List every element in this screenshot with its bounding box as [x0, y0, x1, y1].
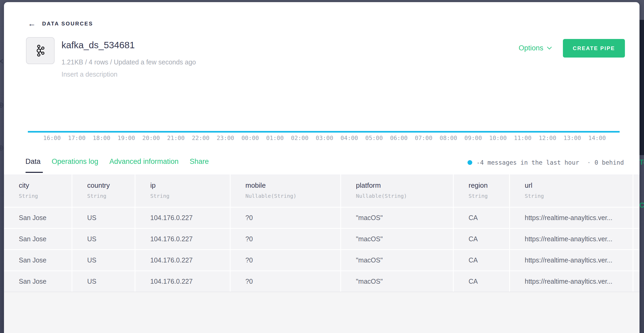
axis-tick: 16:00 — [43, 135, 61, 141]
table-cell: CA — [454, 250, 509, 270]
axis-tick: 06:00 — [390, 135, 408, 141]
column-type: Nullable(String) — [356, 193, 453, 199]
table-cell: US — [72, 271, 135, 292]
column-header-platform[interactable]: platform Nullable(String) — [341, 174, 453, 207]
column-type: Nullable(String) — [245, 193, 340, 199]
column-type: String — [150, 193, 230, 199]
back-button[interactable]: ← DATA SOURCES — [28, 20, 93, 28]
table-cell: CA — [454, 229, 509, 249]
column-name: city — [19, 181, 72, 190]
axis-tick: 03:00 — [316, 135, 333, 141]
behind-count-text: 0 behind — [594, 159, 624, 166]
table-cell: San Jose — [4, 229, 72, 249]
table-cell: https://realtime-anayltics.ver... — [510, 271, 633, 292]
table-footer-area — [4, 292, 639, 333]
close-icon[interactable]: ✕ — [0, 57, 4, 66]
tab-bar: Data Operations log Advanced information… — [25, 157, 209, 166]
axis-tick: 12:00 — [539, 135, 556, 141]
table-cell: US — [72, 229, 135, 249]
column-name: mobile — [245, 181, 340, 190]
tab-data[interactable]: Data — [25, 157, 41, 166]
chevron-down-icon — [547, 47, 552, 50]
active-tab-underline — [25, 172, 43, 173]
axis-tick: 13:00 — [563, 135, 581, 141]
status-separator: · — [587, 159, 591, 166]
table-cell: ?0 — [231, 208, 340, 228]
axis-tick: 14:00 — [588, 135, 606, 141]
options-dropdown[interactable]: Options — [519, 44, 552, 52]
table-cell: https://realtime-anayltics.ver... — [510, 250, 633, 270]
axis-tick: 05:00 — [365, 135, 383, 141]
table-cell: https://realtime-anayltics.ver... — [510, 229, 633, 249]
table-cell: 104.176.0.227 — [135, 208, 230, 228]
column-name: ip — [150, 181, 230, 190]
table-cell-overflow — [633, 208, 639, 228]
column-header-region[interactable]: region String — [454, 174, 509, 207]
table-cell: "macOS" — [341, 229, 453, 249]
table-cell-overflow — [633, 271, 639, 292]
datasource-meta: 1.21KB / 4 rows / Updated a few seconds … — [61, 58, 196, 66]
axis-tick: 23:00 — [217, 135, 234, 141]
table-cell: "macOS" — [341, 271, 453, 292]
plus-circle-icon[interactable]: ⊕ — [0, 100, 4, 109]
column-name: country — [87, 181, 135, 190]
datasource-panel: ← DATA SOURCES kafka_ds_534681 1.21KB / … — [4, 2, 639, 333]
background-text-fragment: To — [639, 158, 644, 167]
kafka-icon — [34, 44, 46, 57]
table-cell: ?0 — [231, 229, 340, 249]
table-cell: San Jose — [4, 208, 72, 228]
column-header-city[interactable]: city String — [4, 174, 72, 207]
column-name: platform — [356, 181, 453, 190]
table-cell: "macOS" — [341, 250, 453, 270]
kafka-status: -4 messages in the last hour · 0 behind — [467, 159, 624, 166]
axis-tick: 18:00 — [93, 135, 110, 141]
column-type: String — [87, 193, 135, 199]
column-header-mobile[interactable]: mobile Nullable(String) — [231, 174, 340, 207]
tab-advanced-information[interactable]: Advanced information — [109, 157, 179, 166]
axis-tick: 07:00 — [415, 135, 432, 141]
table-cell: 104.176.0.227 — [135, 250, 230, 270]
column-type: String — [19, 193, 72, 199]
timeline-chart-line — [28, 131, 620, 133]
axis-tick: 08:00 — [440, 135, 457, 141]
back-arrow-icon: ← — [28, 20, 36, 28]
column-header-overflow — [633, 174, 639, 207]
column-header-country[interactable]: country String — [72, 174, 135, 207]
table-cell: CA — [454, 208, 509, 228]
tab-share[interactable]: Share — [190, 157, 209, 166]
table-cell: San Jose — [4, 250, 72, 270]
axis-tick: 02:00 — [291, 135, 308, 141]
description-placeholder[interactable]: Insert a description — [61, 71, 117, 78]
column-name: url — [525, 181, 633, 190]
axis-tick: 20:00 — [142, 135, 160, 141]
column-type: String — [525, 193, 633, 199]
datasource-type-badge — [26, 37, 55, 64]
plus-circle-icon[interactable]: ⊕ — [0, 143, 4, 152]
table-cell: "macOS" — [341, 208, 453, 228]
back-label: DATA SOURCES — [42, 21, 93, 27]
table-cell: US — [72, 250, 135, 270]
table-cell: ?0 — [231, 271, 340, 292]
tab-operations-log[interactable]: Operations log — [52, 157, 98, 166]
background-text-fragment: CE — [639, 201, 644, 209]
column-header-url[interactable]: url String — [510, 174, 633, 207]
axis-tick: 11:00 — [514, 135, 531, 141]
axis-tick: 10:00 — [489, 135, 507, 141]
table-cell-overflow — [633, 229, 639, 249]
table-cell: San Jose — [4, 271, 72, 292]
backdrop-editor-strip — [639, 20, 644, 155]
table-cell: US — [72, 208, 135, 228]
axis-tick: 09:00 — [464, 135, 482, 141]
column-header-ip[interactable]: ip String — [135, 174, 230, 207]
table-cell: 104.176.0.227 — [135, 229, 230, 249]
data-table: city String country String ip String mob… — [4, 174, 639, 292]
axis-tick: 22:00 — [192, 135, 209, 141]
page-title: kafka_ds_534681 — [61, 40, 135, 50]
table-cell: https://realtime-anayltics.ver... — [510, 208, 633, 228]
messages-count-text: -4 messages in the last hour — [477, 159, 579, 166]
axis-tick: 19:00 — [117, 135, 135, 141]
create-pipe-button[interactable]: CREATE PIPE — [563, 39, 625, 58]
axis-tick: 01:00 — [266, 135, 284, 141]
table-cell: ?0 — [231, 250, 340, 270]
table-cell: CA — [454, 271, 509, 292]
